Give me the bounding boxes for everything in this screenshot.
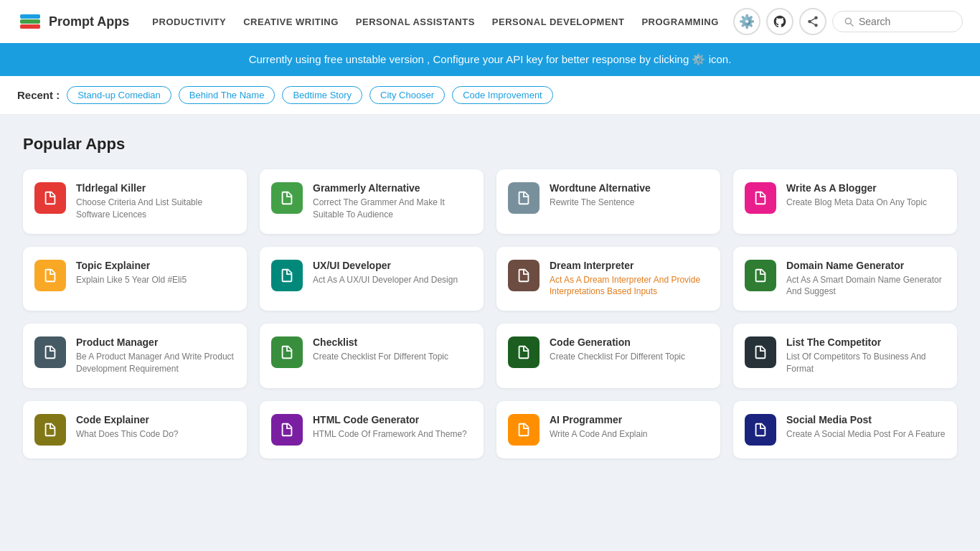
card-icon-write-as-blogger — [745, 182, 776, 214]
search-box[interactable] — [832, 11, 963, 32]
card-content-grammerly-alternative: Grammerly Alternative Correct The Gramme… — [313, 182, 472, 221]
recent-tag-code-improvement[interactable]: Code Improvement — [452, 86, 553, 104]
share-button[interactable] — [799, 8, 826, 35]
card-wordtune-alternative[interactable]: Wordtune Alternative Rewrite The Sentenc… — [496, 169, 720, 234]
section-title: Popular Apps — [23, 135, 957, 154]
card-icon-uxui-developer — [271, 260, 303, 291]
card-content-write-as-blogger: Write As A Blogger Create Blog Meta Data… — [786, 182, 927, 209]
card-dream-interpreter[interactable]: Dream Interpreter Act As A Dream Interpr… — [496, 247, 720, 311]
header: Prompt Apps PRODUCTIVITY CREATIVE WRITIN… — [0, 0, 980, 43]
card-desc-product-manager: Be A Product Manager And Write Product D… — [76, 351, 235, 375]
card-icon-domain-name-generator — [745, 260, 776, 291]
nav-programming[interactable]: PROGRAMMING — [641, 17, 718, 27]
logo[interactable]: Prompt Apps — [17, 9, 129, 34]
svg-rect-2 — [20, 14, 40, 19]
card-desc-list-the-competitor: List Of Competitors To Business And Form… — [786, 351, 946, 375]
card-tldrlegal-killer[interactable]: Tldrlegal Killer Choose Criteria And Lis… — [23, 169, 247, 234]
card-title-tldrlegal-killer: Tldrlegal Killer — [76, 182, 235, 194]
header-actions: ⚙️ — [733, 8, 963, 35]
card-icon-code-generation — [508, 336, 540, 368]
card-content-tldrlegal-killer: Tldrlegal Killer Choose Criteria And Lis… — [76, 182, 235, 221]
nav-personal-assistants[interactable]: PERSONAL ASSISTANTS — [356, 17, 475, 27]
card-content-code-generation: Code Generation Create Checklist For Dif… — [550, 336, 685, 363]
card-desc-topic-explainer: Explain Like 5 Year Old #Eli5 — [76, 274, 187, 286]
card-desc-domain-name-generator: Act As A Smart Domain Name Generator And… — [786, 274, 946, 298]
card-social-media-post[interactable]: Social Media Post Create A Social Media … — [733, 401, 957, 458]
card-icon-dream-interpreter — [508, 260, 540, 291]
card-title-uxui-developer: UX/UI Developer — [313, 260, 458, 271]
card-icon-product-manager — [34, 336, 66, 368]
card-content-checklist: Checklist Create Checklist For Different… — [313, 336, 448, 363]
card-title-dream-interpreter: Dream Interpreter — [550, 260, 709, 271]
card-list-the-competitor[interactable]: List The Competitor List Of Competitors … — [733, 324, 957, 388]
card-content-code-explainer: Code Explainer What Does This Code Do? — [76, 414, 179, 441]
recent-tag-standup[interactable]: Stand-up Comedian — [67, 86, 171, 104]
card-grammerly-alternative[interactable]: Grammerly Alternative Correct The Gramme… — [260, 169, 484, 234]
card-desc-tldrlegal-killer: Choose Criteria And List Suitable Softwa… — [76, 197, 235, 221]
card-icon-wordtune-alternative — [508, 182, 540, 214]
card-icon-checklist — [271, 336, 303, 368]
card-desc-html-code-generator: HTML Code Of Framework And Theme? — [313, 428, 467, 441]
card-topic-explainer[interactable]: Topic Explainer Explain Like 5 Year Old … — [23, 247, 247, 311]
card-title-code-generation: Code Generation — [550, 336, 685, 348]
card-desc-ai-programmer: Write A Code And Explain — [550, 428, 648, 441]
card-icon-topic-explainer — [34, 260, 66, 291]
nav-creative-writing[interactable]: CREATIVE WRITING — [243, 17, 339, 27]
logo-icon — [17, 9, 43, 34]
card-write-as-blogger[interactable]: Write As A Blogger Create Blog Meta Data… — [733, 169, 957, 234]
recent-bar: Recent : Stand-up Comedian Behind The Na… — [0, 76, 980, 115]
card-desc-uxui-developer: Act As A UX/UI Developer And Design — [313, 274, 458, 286]
card-desc-wordtune-alternative: Rewrite The Sentence — [550, 197, 651, 209]
card-icon-html-code-generator — [271, 414, 303, 446]
card-icon-social-media-post — [745, 414, 776, 446]
svg-rect-0 — [20, 24, 40, 29]
logo-text: Prompt Apps — [49, 14, 129, 29]
banner: Currently using free unstable version , … — [0, 43, 980, 76]
nav-productivity[interactable]: PRODUCTIVITY — [152, 17, 226, 27]
card-title-wordtune-alternative: Wordtune Alternative — [550, 182, 651, 194]
card-title-social-media-post: Social Media Post — [786, 414, 945, 425]
card-html-code-generator[interactable]: HTML Code Generator HTML Code Of Framewo… — [260, 401, 484, 458]
card-content-list-the-competitor: List The Competitor List Of Competitors … — [786, 336, 946, 375]
card-icon-tldrlegal-killer — [34, 182, 66, 214]
card-icon-grammerly-alternative — [271, 182, 303, 214]
card-content-wordtune-alternative: Wordtune Alternative Rewrite The Sentenc… — [550, 182, 651, 209]
card-ai-programmer[interactable]: AI Programmer Write A Code And Explain — [496, 401, 720, 458]
github-button[interactable] — [766, 8, 793, 35]
card-icon-ai-programmer — [508, 414, 540, 446]
card-title-product-manager: Product Manager — [76, 336, 235, 348]
card-title-write-as-blogger: Write As A Blogger — [786, 182, 927, 194]
nav-personal-development[interactable]: PERSONAL DEVELOPMENT — [492, 17, 625, 27]
card-title-list-the-competitor: List The Competitor — [786, 336, 946, 348]
card-content-uxui-developer: UX/UI Developer Act As A UX/UI Developer… — [313, 260, 458, 286]
card-title-grammerly-alternative: Grammerly Alternative — [313, 182, 472, 194]
card-content-domain-name-generator: Domain Name Generator Act As A Smart Dom… — [786, 260, 946, 298]
card-grid: Tldrlegal Killer Choose Criteria And Lis… — [23, 169, 957, 458]
card-content-social-media-post: Social Media Post Create A Social Media … — [786, 414, 945, 441]
card-product-manager[interactable]: Product Manager Be A Product Manager And… — [23, 324, 247, 388]
card-title-ai-programmer: AI Programmer — [550, 414, 648, 425]
card-domain-name-generator[interactable]: Domain Name Generator Act As A Smart Dom… — [733, 247, 957, 311]
card-code-generation[interactable]: Code Generation Create Checklist For Dif… — [496, 324, 720, 388]
card-checklist[interactable]: Checklist Create Checklist For Different… — [260, 324, 484, 388]
search-icon — [843, 16, 854, 27]
card-icon-list-the-competitor — [745, 336, 776, 368]
card-desc-grammerly-alternative: Correct The Grammer And Make It Suitable… — [313, 197, 472, 221]
card-uxui-developer[interactable]: UX/UI Developer Act As A UX/UI Developer… — [260, 247, 484, 311]
banner-gear-icon: ⚙️ — [692, 53, 708, 65]
svg-rect-1 — [20, 19, 40, 24]
card-content-dream-interpreter: Dream Interpreter Act As A Dream Interpr… — [550, 260, 709, 298]
recent-tag-behind[interactable]: Behind The Name — [179, 86, 275, 104]
card-content-product-manager: Product Manager Be A Product Manager And… — [76, 336, 235, 375]
card-content-ai-programmer: AI Programmer Write A Code And Explain — [550, 414, 648, 441]
recent-tag-bedtime[interactable]: Bedtime Story — [282, 86, 362, 104]
recent-tag-city[interactable]: City Chooser — [369, 86, 445, 104]
card-code-explainer[interactable]: Code Explainer What Does This Code Do? — [23, 401, 247, 458]
settings-button[interactable]: ⚙️ — [733, 8, 760, 35]
search-input[interactable] — [859, 16, 952, 27]
card-desc-social-media-post: Create A Social Media Post For A Feature — [786, 428, 945, 441]
banner-text: Currently using free unstable version , … — [249, 53, 689, 65]
card-desc-code-generation: Create Checklist For Different Topic — [550, 351, 685, 363]
banner-text-end: icon. — [709, 53, 732, 65]
card-content-topic-explainer: Topic Explainer Explain Like 5 Year Old … — [76, 260, 187, 286]
